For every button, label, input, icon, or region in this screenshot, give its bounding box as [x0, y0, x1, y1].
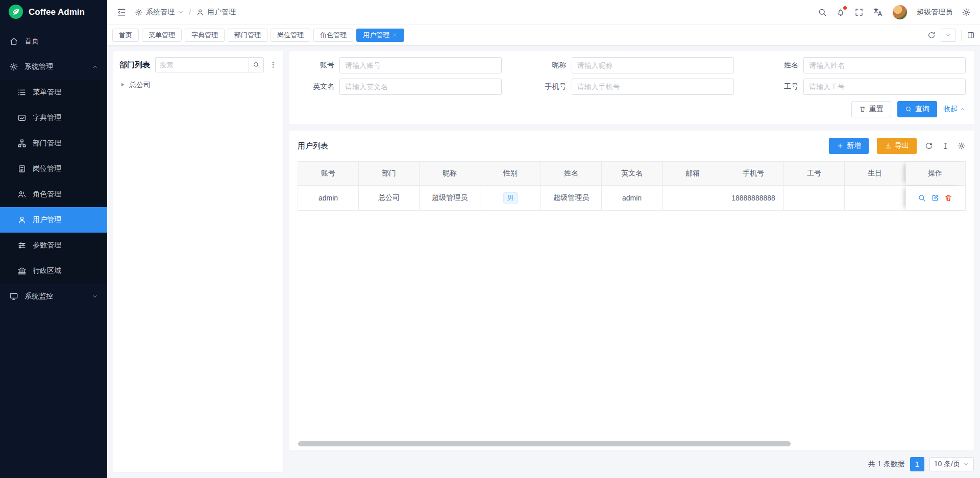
search-icon[interactable] [249, 57, 264, 72]
sidebar-item-param-mgmt[interactable]: 参数管理 [0, 233, 107, 258]
tab-bar: 首页 菜单管理 字典管理 部门管理 岗位管理 角色管理 用户管理 [107, 24, 980, 45]
add-user-button[interactable]: 新增 [829, 138, 869, 154]
bell-icon[interactable] [836, 8, 845, 17]
nickname-input[interactable] [572, 57, 734, 73]
sidebar-item-system-monitor[interactable]: 系统监控 [0, 284, 107, 309]
text-height-icon[interactable] [941, 142, 949, 150]
fullscreen-icon[interactable] [854, 8, 864, 17]
table-row[interactable]: admin 总公司 超级管理员 男 超级管理员 admin 1888888888… [298, 185, 965, 210]
sidebar-item-menu-mgmt[interactable]: 菜单管理 [0, 80, 107, 105]
filter-field-name: 姓名 [762, 57, 966, 73]
chevron-down-icon [178, 9, 184, 15]
sidebar-item-label: 用户管理 [33, 215, 61, 224]
column-header: 手机号 [723, 162, 784, 185]
page-size-select[interactable]: 10 条/页 [929, 457, 974, 471]
sidebar-item-label: 系统监控 [24, 292, 53, 301]
translate-icon[interactable] [873, 7, 883, 17]
export-button[interactable]: 导出 [877, 138, 917, 154]
chevron-down-icon[interactable] [941, 29, 956, 42]
refresh-icon[interactable] [927, 31, 936, 39]
sidebar-item-system-mgmt[interactable]: 系统管理 [0, 54, 107, 80]
delete-button[interactable] [944, 194, 952, 202]
column-header: 姓名 [541, 162, 602, 185]
tab-menu-mgmt[interactable]: 菜单管理 [142, 29, 182, 42]
cell-name: 超级管理员 [541, 186, 602, 210]
caret-right-icon[interactable] [119, 81, 126, 89]
chevron-down-icon [92, 293, 98, 299]
edit-button[interactable] [931, 194, 939, 202]
sidebar-item-user-mgmt[interactable]: 用户管理 [0, 207, 107, 233]
more-vertical-icon[interactable] [269, 61, 277, 69]
sidebar-collapse-icon[interactable] [116, 7, 127, 17]
field-label: 姓名 [762, 61, 798, 70]
tab-user-mgmt[interactable]: 用户管理 [356, 29, 404, 42]
cell-email [663, 186, 723, 210]
cell-account: admin [298, 186, 359, 210]
horizontal-scrollbar[interactable] [298, 441, 791, 446]
filter-field-account: 账号 [298, 57, 502, 73]
sidebar-item-home[interactable]: 首页 [0, 29, 107, 54]
field-label: 手机号 [530, 82, 567, 91]
phone-input[interactable] [572, 79, 734, 95]
breadcrumb-system-mgmt[interactable]: 系统管理 [135, 8, 184, 17]
tab-post-mgmt[interactable]: 岗位管理 [271, 29, 310, 42]
page-size-value: 10 条/页 [934, 460, 960, 469]
filter-grid: 账号 昵称 姓名 英文名 [298, 57, 966, 95]
breadcrumb-user-mgmt[interactable]: 用户管理 [196, 8, 236, 17]
layout-icon[interactable] [967, 31, 975, 39]
search-icon[interactable] [818, 8, 827, 17]
refresh-icon[interactable] [925, 142, 933, 150]
tree-node-head-office[interactable]: 总公司 [119, 81, 277, 90]
collapse-link-label: 收起 [943, 105, 958, 114]
field-label: 英文名 [298, 82, 334, 91]
monitor-icon [9, 292, 18, 301]
column-header: 生日 [845, 162, 905, 185]
sidebar-item-label: 参数管理 [33, 241, 61, 250]
table-header-row: 账号 部门 昵称 性别 姓名 英文名 邮箱 手机号 工号 生日 操作 [298, 162, 965, 185]
avatar[interactable] [892, 5, 908, 20]
page-number-button[interactable]: 1 [910, 457, 924, 471]
breadcrumb-separator: / [189, 8, 191, 16]
tab-close-icon[interactable] [393, 33, 398, 37]
sidebar: Coffee Admin 首页 系统管理 菜单管理 字典管理 [0, 0, 107, 478]
column-header: 性别 [480, 162, 541, 185]
gear-icon[interactable] [962, 8, 971, 17]
job-no-input[interactable] [803, 79, 966, 95]
department-search-input[interactable] [155, 57, 249, 72]
plus-icon [837, 142, 844, 149]
english-name-input[interactable] [339, 79, 502, 95]
trash-icon [859, 106, 866, 113]
department-panel-header: 部门列表 [119, 57, 277, 72]
sidebar-item-dept-mgmt[interactable]: 部门管理 [0, 131, 107, 156]
sidebar-item-label: 角色管理 [33, 190, 61, 199]
column-header: 英文名 [602, 162, 663, 185]
sidebar-item-post-mgmt[interactable]: 岗位管理 [0, 156, 107, 182]
department-panel: 部门列表 总公司 [113, 51, 283, 472]
user-list-title: 用户列表 [298, 141, 328, 151]
sidebar-item-admin-region[interactable]: 行政区域 [0, 258, 107, 284]
work-column: 账号 昵称 姓名 英文名 [289, 51, 974, 472]
gear-icon[interactable] [958, 142, 966, 150]
tab-label: 岗位管理 [277, 31, 304, 40]
search-button[interactable]: 查询 [897, 101, 937, 117]
cell-gender: 男 [480, 186, 541, 210]
sidebar-item-dict-mgmt[interactable]: 字典管理 [0, 105, 107, 131]
tab-home[interactable]: 首页 [112, 29, 139, 42]
reset-button[interactable]: 重置 [851, 101, 891, 117]
tab-dept-mgmt[interactable]: 部门管理 [228, 29, 267, 42]
tab-role-mgmt[interactable]: 角色管理 [313, 29, 353, 42]
view-button[interactable] [918, 194, 926, 202]
tree-node-label: 总公司 [129, 81, 151, 90]
chevron-up-icon [960, 106, 966, 112]
sidebar-item-role-mgmt[interactable]: 角色管理 [0, 182, 107, 207]
tab-dict-mgmt[interactable]: 字典管理 [185, 29, 225, 42]
cell-english-name: admin [602, 186, 663, 210]
name-input[interactable] [803, 57, 966, 73]
column-header: 邮箱 [663, 162, 723, 185]
tab-label: 字典管理 [191, 31, 218, 40]
chevron-down-icon [963, 461, 969, 467]
collapse-filter-link[interactable]: 收起 [943, 105, 966, 114]
user-table: 账号 部门 昵称 性别 姓名 英文名 邮箱 手机号 工号 生日 操作 [298, 161, 966, 211]
account-input[interactable] [339, 57, 502, 73]
list-icon [17, 88, 27, 97]
